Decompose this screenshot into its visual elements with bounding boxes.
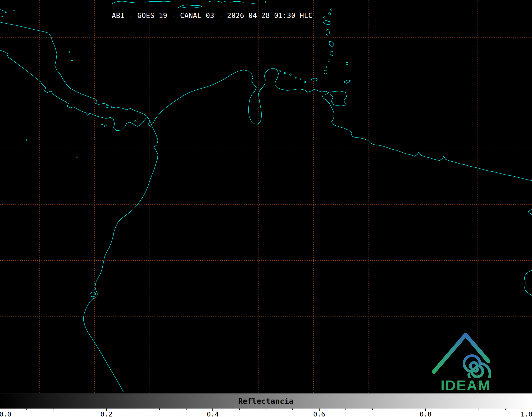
island (284, 72, 286, 74)
colorbar-tick (80, 409, 80, 410)
island (5, 12, 6, 13)
image-title: ABI - GOES 19 - CANAL 03 - 2026-04-28 01… (112, 12, 312, 20)
island (304, 81, 306, 83)
coastline (330, 91, 347, 106)
colorbar-tick-label: 1.0 (520, 410, 532, 417)
colorbar-tick (505, 409, 506, 410)
island (326, 67, 327, 68)
island (279, 71, 281, 72)
island (13, 10, 14, 11)
colorbar-tick (292, 409, 293, 410)
colorbar: Reflectancia 0.00.20.40.60.81.0 (0, 393, 532, 417)
colorbar-label: Reflectancia (238, 393, 294, 409)
colorbar-tick (266, 409, 266, 410)
colorbar-tick (452, 409, 452, 410)
ideam-logo-text: IDEAM (426, 377, 505, 393)
colorbar-tick (479, 409, 479, 410)
coastline (326, 30, 329, 35)
coastline (528, 209, 532, 215)
colorbar-tick (186, 409, 187, 410)
colorbar-tick (239, 409, 240, 410)
colorbar-tick-label: 0.6 (313, 410, 325, 417)
coastline (311, 78, 318, 81)
colorbar-tick-label: 0.0 (0, 410, 11, 417)
colorbar-tick (372, 409, 373, 410)
colorbar-tick (26, 409, 27, 410)
coastline (112, 1, 136, 4)
island (69, 51, 70, 52)
island (71, 60, 72, 61)
coastline (0, 10, 4, 11)
island (346, 62, 348, 65)
colorbar-tick (399, 409, 399, 410)
coastline (323, 21, 331, 25)
colorbar-tick (345, 409, 346, 410)
island (329, 13, 331, 15)
coastline (145, 1, 175, 2)
ideam-mountain-spiral-icon (426, 327, 505, 378)
coastline (231, 1, 243, 2)
colorbar-tick-area: 0.00.20.40.60.81.0 (0, 409, 532, 417)
island (135, 120, 136, 122)
island (324, 17, 325, 18)
coastline (90, 292, 96, 297)
island (76, 157, 77, 158)
coastline (329, 41, 334, 47)
colorbar-tick (53, 409, 53, 410)
coastline (178, 5, 202, 8)
colorbar-tick-label: 0.2 (101, 410, 112, 417)
coastline (324, 70, 327, 74)
coastline (330, 51, 333, 56)
colorbar-tick-label: 0.4 (207, 410, 219, 417)
island (108, 105, 109, 106)
colorbar-tick-label: 0.8 (420, 410, 431, 417)
coastline (250, 3, 257, 4)
island (138, 119, 139, 120)
ideam-logo: IDEAM (426, 327, 505, 392)
colorbar-tick (159, 409, 160, 410)
island (328, 60, 330, 62)
colorbar-tick (133, 409, 133, 410)
island (265, 1, 266, 2)
island (330, 9, 332, 10)
coastline (0, 16, 3, 17)
island (104, 125, 106, 127)
coastline (0, 22, 532, 181)
colorbar-gradient: Reflectancia (0, 393, 532, 409)
island (111, 106, 112, 107)
coastline (524, 270, 532, 296)
coastline (0, 50, 158, 392)
satellite-map-area: ABI - GOES 19 - CANAL 03 - 2026-04-28 01… (0, 0, 532, 393)
island (290, 74, 291, 75)
island (327, 64, 328, 65)
island (295, 77, 296, 78)
coastline (343, 80, 351, 83)
coastline (208, 1, 225, 2)
island (102, 124, 103, 125)
island (300, 78, 301, 79)
island (26, 140, 27, 141)
